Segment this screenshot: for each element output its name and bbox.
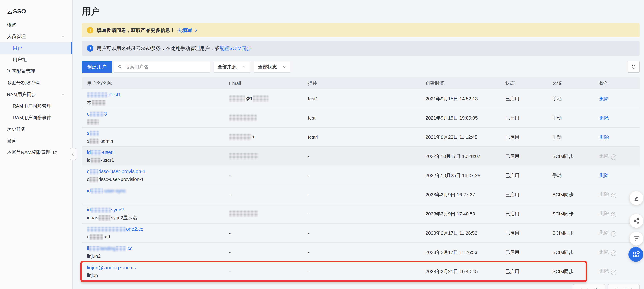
refresh-button[interactable] <box>628 61 640 73</box>
survey-link[interactable]: 去填写 <box>178 27 192 34</box>
redacted-block <box>230 96 245 102</box>
sidebar-item-设置[interactable]: 设置 <box>0 135 72 146</box>
user-description: test1 <box>308 96 426 102</box>
created-time: 2023年2月21日 10:40:45 <box>426 268 505 275</box>
delete-link[interactable]: 删除 <box>600 115 609 120</box>
user-name-link[interactable]: cdsso-user-provision-1 <box>87 168 226 174</box>
question-icon[interactable]: ? <box>611 193 616 198</box>
text-fragment: dsso-user-provision-1 <box>98 176 144 182</box>
text-fragment: 木 <box>87 100 92 105</box>
create-user-button[interactable]: 创建用户 <box>82 61 112 72</box>
share-float-button[interactable] <box>630 214 643 228</box>
status-badge: 已启用 <box>505 115 552 121</box>
sidebar-item-本账号RAM权限管理[interactable]: 本账号RAM权限管理 <box>0 146 72 158</box>
status-filter-select[interactable]: 全部状态 <box>254 61 290 72</box>
edit-float-button[interactable] <box>630 191 643 205</box>
row-actions: 删除 <box>600 96 640 102</box>
user-source: SCIM同步 <box>552 249 600 256</box>
delete-link[interactable]: 删除 <box>600 173 609 178</box>
delete-link[interactable]: 删除 <box>600 134 609 140</box>
sidebar-item-用户组[interactable]: 用户组 <box>0 54 72 65</box>
redacted-block <box>90 177 98 182</box>
user-name-link[interactable]: id-user1 <box>87 150 226 155</box>
redacted-block <box>90 169 98 174</box>
question-icon[interactable]: ? <box>611 212 616 218</box>
source-filter-select[interactable]: 全部来源 <box>214 61 250 72</box>
user-source: 手动 <box>552 172 600 179</box>
search-input[interactable] <box>124 64 206 70</box>
question-icon[interactable]: ? <box>611 270 616 275</box>
sidebar-item-RAM用户同步[interactable]: RAM用户同步 <box>0 88 72 100</box>
user-name-link[interactable]: linjun@landingzone.cc <box>87 265 226 270</box>
user-display-name: idaassync2显示名 <box>87 215 226 221</box>
text-fragment: dsso-user-provision-1 <box>98 169 146 174</box>
user-email <box>229 153 308 160</box>
delete-link[interactable]: 删除 <box>600 96 609 102</box>
question-icon[interactable]: ? <box>611 154 616 160</box>
user-name-link[interactable]: id-user-sync <box>87 188 226 194</box>
table-row: one2.cca-ad--2023年2月17日 11:26:52已启用SCIM同… <box>82 224 640 243</box>
column-header-描述: 描述 <box>308 80 426 86</box>
sidebar-item-RAM用户同步管理[interactable]: RAM用户同步管理 <box>0 100 72 112</box>
user-description: - <box>308 269 426 274</box>
text-fragment: @1 <box>245 96 253 101</box>
table-row: cdsso-user-provision-1cdsso-user-provisi… <box>82 166 640 185</box>
user-email: - <box>229 192 308 198</box>
question-icon[interactable]: ? <box>611 231 616 237</box>
redacted-block <box>98 215 110 221</box>
user-name-link[interactable]: idsync2 <box>87 207 226 213</box>
configure-scim-link[interactable]: 配置SCIM同步 <box>220 45 251 52</box>
next-page-button[interactable]: 下一页 <box>608 284 640 289</box>
page-title: 用户 <box>82 0 640 23</box>
status-badge: 已启用 <box>505 268 552 275</box>
sidebar-item-多账号权限管理[interactable]: 多账号权限管理 <box>0 77 72 88</box>
sidebar-item-人员管理[interactable]: 人员管理 <box>0 30 72 42</box>
sidebar-item-label: 多账号权限管理 <box>7 80 40 86</box>
user-name-link[interactable]: otest1 <box>87 92 226 98</box>
main-content: 用户 ! 填写反馈问卷，获取产品更多信息！ 去填写 i 用户可以用来登录云SSO… <box>73 0 644 289</box>
search-box[interactable] <box>114 61 210 72</box>
redacted-block <box>91 158 100 163</box>
created-time: 2021年9月15日 14:52:13 <box>426 96 505 102</box>
comment-icon <box>633 235 640 242</box>
sidebar-item-概览[interactable]: 概览 <box>0 19 72 30</box>
sidebar-item-历史任务[interactable]: 历史任务 <box>0 123 72 135</box>
user-description: test4 <box>308 134 426 140</box>
table-row: c3test2021年9月15日 19:09:05已启用手动删除 <box>82 108 640 128</box>
search-icon <box>118 64 122 69</box>
user-email: - <box>229 230 308 236</box>
sidebar-item-用户[interactable]: 用户 <box>0 42 72 54</box>
sidebar-item-访问配置管理[interactable]: 访问配置管理 <box>0 65 72 77</box>
user-name-link[interactable]: c3 <box>87 111 226 117</box>
refresh-icon <box>630 64 637 70</box>
comment-float-button[interactable] <box>630 232 643 246</box>
redacted-block <box>91 208 111 213</box>
users-table: 用户名/名称Email描述创建时间状态来源操作 otest1木@1test120… <box>82 77 640 281</box>
user-name-link[interactable]: lilanding.cc <box>87 246 226 252</box>
question-icon[interactable]: ? <box>611 250 616 256</box>
table-row: linjun@landingzone.cclinjun--2023年2月21日 … <box>82 262 640 281</box>
row-actions: 删除? <box>600 153 640 160</box>
sidebar-title: 云SSO <box>0 0 72 19</box>
redacted-block <box>230 134 251 140</box>
redacted-block <box>90 234 103 240</box>
text-fragment: c <box>87 111 90 116</box>
sidebar-collapse-handle[interactable] <box>70 148 76 160</box>
user-email: - <box>229 250 308 255</box>
apps-float-button[interactable] <box>628 247 643 262</box>
edit-icon <box>633 195 640 202</box>
user-source: 手动 <box>552 115 600 121</box>
prev-page-button[interactable]: 上一页 <box>573 284 605 289</box>
sidebar-item-RAM用户同步事件[interactable]: RAM用户同步事件 <box>0 112 72 123</box>
text-fragment: s <box>87 138 89 144</box>
text-fragment: c <box>87 169 90 174</box>
app-root: 云SSO 概览人员管理用户用户组访问配置管理多账号权限管理RAM用户同步RAM用… <box>0 0 644 289</box>
delete-link-disabled: 删除 <box>600 268 609 274</box>
user-display-name: id-user1 <box>87 157 226 163</box>
user-name-link[interactable]: one2.cc <box>87 226 226 232</box>
delete-link-disabled: 删除 <box>600 210 609 216</box>
status-badge: 已启用 <box>505 134 552 140</box>
user-name-link[interactable]: s <box>87 130 226 136</box>
share-icon <box>633 218 640 224</box>
user-display-name: s-admin <box>87 138 226 144</box>
